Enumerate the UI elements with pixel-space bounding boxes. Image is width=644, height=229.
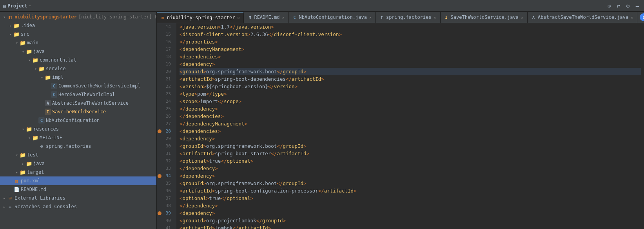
- gutter-line-21: 21: [157, 75, 176, 83]
- sidebar-item-idea[interactable]: ▸📁.idea: [0, 21, 156, 30]
- gutter-line-37: 37: [157, 194, 176, 202]
- sidebar-item-resources[interactable]: ▾📁resources: [0, 125, 156, 133]
- tab-icon: M: [247, 15, 252, 20]
- scratches-icon: ✏: [7, 204, 13, 210]
- dropdown-icon[interactable]: ▾: [29, 4, 31, 8]
- tab-close[interactable]: ✕: [236, 15, 240, 20]
- item-label: NbAutoConfiguration: [46, 118, 100, 123]
- line-number: 27: [166, 121, 171, 126]
- sidebar-item-service[interactable]: ▾📁service: [0, 64, 156, 73]
- tab-label: README.md: [254, 15, 279, 20]
- tab-icon: C: [292, 15, 297, 20]
- tab-close[interactable]: ✕: [368, 15, 372, 20]
- folder-icon: 📁: [38, 65, 45, 72]
- sidebar-item-root[interactable]: ▾◧niubilityspringstarter[niubility-sprin…: [0, 13, 156, 21]
- sidebar-item-target[interactable]: ▸📁target: [0, 168, 156, 176]
- sidebar-item-savetheworldservice[interactable]: ISaveTheWorldService: [0, 107, 156, 116]
- line-number: 21: [166, 76, 171, 82]
- folder-icon: 📁: [13, 22, 20, 29]
- gutter-line-29: 29: [157, 135, 176, 142]
- layout-icon[interactable]: ⇄: [615, 2, 622, 9]
- item-label: service: [46, 66, 66, 71]
- line-number: 16: [166, 39, 171, 44]
- line-number: 20: [166, 69, 171, 74]
- code-line-29: <dependency>: [180, 135, 641, 142]
- project-sidebar[interactable]: ▾◧niubilityspringstarter[niubility-sprin…: [0, 12, 157, 229]
- sidebar-item-impl[interactable]: ▾📁impl: [0, 73, 156, 82]
- gutter-line-35: 35: [157, 180, 176, 187]
- gutter-line-34: 34: [157, 172, 176, 180]
- bookmark-icon: [158, 211, 161, 215]
- sidebar-item-main[interactable]: ▾📁main: [0, 38, 156, 47]
- tab-close[interactable]: ✕: [433, 15, 437, 20]
- item-label: README.md: [21, 187, 46, 192]
- tree-arrow: ▾: [20, 49, 26, 54]
- line-number: 35: [166, 181, 171, 186]
- tree-arrow: ▾: [14, 153, 20, 157]
- project-label[interactable]: ▤ Project ▾: [0, 3, 34, 9]
- code-line-34: <dependency>: [180, 172, 641, 180]
- tab-savetheworldservice[interactable]: ISaveTheWorldService.java✕: [441, 12, 528, 23]
- sidebar-item-external-libraries[interactable]: ▸⊞External Libraries: [0, 194, 156, 202]
- code-line-20: <groupId>org.springframework.boot</group…: [180, 68, 641, 75]
- line-number: 15: [166, 32, 171, 37]
- code-line-23: <type>pom</type>: [180, 90, 641, 98]
- tab-abstractsavetheworldservice[interactable]: AAbstractSaveTheWorldService.java✕: [528, 12, 637, 23]
- chrome-icon[interactable]: C: [640, 13, 644, 21]
- sidebar-item-spring.factories[interactable]: ⚙spring.factories: [0, 142, 156, 151]
- item-label: spring.factories: [46, 144, 91, 149]
- line-number: 18: [166, 54, 171, 59]
- interface-icon: I: [45, 109, 51, 115]
- tab-readme[interactable]: MREADME.md✕: [244, 12, 288, 23]
- line-number: 34: [166, 173, 171, 178]
- gutter-line-38: 38: [157, 202, 176, 209]
- tab-close[interactable]: ✕: [630, 15, 634, 20]
- sidebar-item-nbautoconfiguration[interactable]: CNbAutoConfiguration: [0, 116, 156, 125]
- sidebar-item-test[interactable]: ▾📁test: [0, 151, 156, 159]
- sidebar-item-src[interactable]: ▾📁src: [0, 30, 156, 38]
- tab-close[interactable]: ✕: [281, 15, 285, 20]
- md-icon: 📄: [13, 186, 20, 193]
- tab-niubility-spring-starter[interactable]: mniubility-spring-starter✕: [157, 12, 244, 23]
- code-line-27: </dependencyManagement>: [180, 120, 641, 127]
- sidebar-item-META-INF[interactable]: ▾📁META-INF: [0, 133, 156, 142]
- line-number: 30: [166, 144, 171, 149]
- item-label: java: [33, 161, 45, 166]
- line-number: 22: [166, 84, 171, 89]
- item-label: META-INF: [40, 135, 62, 140]
- abstract-icon: A: [45, 100, 51, 106]
- sidebar-item-README.md[interactable]: 📄README.md: [0, 185, 156, 194]
- gutter-line-25: 25: [157, 105, 176, 113]
- sidebar-item-com.north.lat[interactable]: ▾📁com.north.lat: [0, 56, 156, 64]
- tree-arrow: ▸: [2, 196, 7, 200]
- line-gutter: 14 15 16 17 18 19 20 21 22 23 24 25 26 2…: [157, 23, 176, 229]
- code-line-41: <artifactId>lombok</artifactId>: [180, 224, 641, 229]
- code-editor[interactable]: 14 15 16 17 18 19 20 21 22 23 24 25 26 2…: [157, 23, 644, 229]
- editor-tabs: mniubility-spring-starter✕MREADME.md✕CNb…: [157, 12, 644, 23]
- tab-icon: f: [379, 15, 385, 20]
- folder-icon: 📁: [13, 31, 20, 37]
- sidebar-item-herosavetheworldimpl[interactable]: CHeroSaveTheWorldImpl: [0, 90, 156, 99]
- tab-nbautoconfiguration[interactable]: CNbAutoConfiguration.java✕: [288, 12, 376, 23]
- sync-icon[interactable]: ⊕: [606, 2, 613, 9]
- tab-spring-factories[interactable]: fspring.factories✕: [376, 12, 441, 23]
- sidebar-item-scratches[interactable]: ▸✏Scratches and Consoles: [0, 202, 156, 211]
- sidebar-item-java-test[interactable]: ▸📁java: [0, 159, 156, 168]
- sidebar-item-commonsavetheworldserviceimpl[interactable]: CCommonSaveTheWorldServiceImpl: [0, 82, 156, 90]
- item-label: impl: [52, 75, 63, 80]
- tree-arrow: ▸: [20, 162, 26, 166]
- item-label: niubilityspringstarter: [15, 14, 77, 20]
- settings-icon[interactable]: ⚙: [624, 2, 631, 9]
- code-line-18: <dependencies>: [180, 53, 641, 60]
- sidebar-item-abstractsavetheworldservice[interactable]: AAbstractSaveTheWorldService: [0, 99, 156, 107]
- toolbar-icons: ⊕ ⇄ ⚙ —: [606, 2, 644, 9]
- code-line-33: </dependency>: [180, 165, 641, 172]
- sidebar-item-pom.xml[interactable]: mpom.xml: [0, 176, 156, 185]
- tree-arrow: ▾: [33, 67, 38, 71]
- code-line-31: <artifactId>spring-boot-starter</artifac…: [180, 150, 641, 157]
- gutter-line-18: 18: [157, 53, 176, 60]
- folder-icon: 📁: [26, 48, 32, 55]
- minimize-icon[interactable]: —: [634, 2, 641, 9]
- tab-close[interactable]: ✕: [520, 15, 524, 20]
- sidebar-item-java[interactable]: ▾📁java: [0, 47, 156, 56]
